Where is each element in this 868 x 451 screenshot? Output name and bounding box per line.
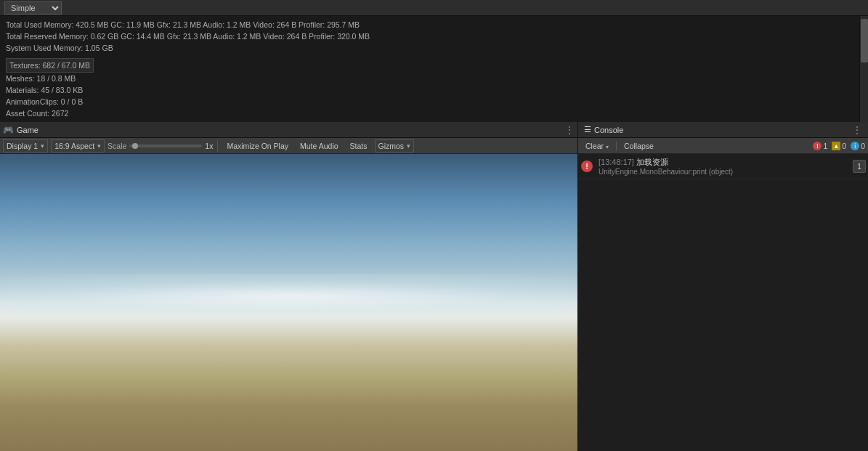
game-tab-header: 🎮 Game ⋮ [0, 122, 577, 138]
log-first-line: [13:48:17] 加载资源 [599, 157, 848, 168]
main-area: 🎮 Game ⋮ Display 1 16:9 Aspect Scale 1x … [0, 122, 868, 451]
log-message: 加载资源 [636, 158, 668, 166]
horizon-glow [0, 274, 577, 317]
stats-button[interactable]: Stats [346, 141, 372, 151]
warn-count: 0 [842, 142, 846, 150]
warn-count-badge[interactable]: ▲ 0 [832, 142, 846, 150]
console-toolbar: Clear ▾ Collapse ! 1 ▲ 0 i 0 [578, 138, 868, 154]
scale-value: 1x [205, 142, 213, 150]
stats-line-2: Total Reserved Memory: 0.62 GB GC: 14.4 … [6, 31, 862, 42]
game-tab-icon: 🎮 [3, 125, 14, 135]
stats-line-1: Total Used Memory: 420.5 MB GC: 11.9 MB … [6, 19, 862, 31]
console-log[interactable]: ! [13:48:17] 加载资源 UnityEngine.MonoBehavi… [578, 154, 868, 451]
stats-line-3: System Used Memory: 1.05 GB [6, 42, 862, 54]
aspect-label: 16:9 Aspect [54, 142, 94, 150]
display-label: Display 1 [7, 142, 38, 150]
collapse-button[interactable]: Collapse [620, 141, 658, 151]
error-count: 1 [823, 142, 827, 150]
log-source: UnityEngine.MonoBehaviour:print (object) [599, 168, 848, 176]
console-counts: ! 1 ▲ 0 i 0 [813, 142, 865, 150]
warn-icon: ▲ [832, 142, 840, 150]
console-tab-menu-icon[interactable]: ⋮ [852, 124, 862, 136]
info-count-badge[interactable]: i 0 [851, 142, 865, 150]
console-tab-label[interactable]: ☰ Console [584, 125, 623, 134]
stats-scrollbar-thumb[interactable] [861, 19, 868, 62]
stats-panel: Total Used Memory: 420.5 MB GC: 11.9 MB … [0, 16, 868, 122]
error-count-badge[interactable]: ! 1 [813, 142, 827, 150]
console-label: Console [594, 126, 623, 134]
scale-text: Scale [108, 142, 126, 150]
scale-slider[interactable] [129, 145, 202, 147]
console-panel: ☰ Console ⋮ Clear ▾ Collapse ! 1 ▲ 0 [577, 122, 868, 451]
clear-dropdown-arrow[interactable]: ▾ [606, 144, 609, 150]
stats-textures: Textures: 682 / 67.0 MB [6, 58, 94, 73]
log-timestamp: [13:48:17] [599, 158, 634, 166]
aspect-dropdown[interactable]: 16:9 Aspect [51, 139, 105, 153]
log-item-content: [13:48:17] 加载资源 UnityEngine.MonoBehaviou… [596, 154, 851, 179]
top-bar: Simple Normal Advanced [0, 0, 868, 16]
game-tab-label[interactable]: Game [17, 126, 38, 134]
log-error-icon: ! [581, 161, 593, 172]
mode-select[interactable]: Simple Normal Advanced [4, 1, 62, 15]
gizmos-label: Gizmos [378, 142, 405, 150]
stats-meshes: Meshes: 18 / 0.8 MB [6, 73, 862, 84]
mute-audio-button[interactable]: Mute Audio [296, 141, 343, 151]
console-icon: ☰ [584, 125, 591, 134]
stats-materials: Materials: 45 / 83.0 KB [6, 84, 862, 96]
error-icon: ! [813, 142, 822, 150]
display-dropdown[interactable]: Display 1 [3, 139, 48, 153]
console-tab-header: ☰ Console ⋮ [578, 122, 868, 138]
log-count-num: 1 [853, 160, 866, 173]
gizmos-dropdown[interactable]: Gizmos [375, 139, 415, 153]
info-count: 0 [861, 142, 865, 150]
toolbar-sep-1 [217, 140, 218, 152]
console-toolbar-sep [616, 141, 617, 151]
log-item-icon-wrap: ! [578, 154, 596, 179]
info-icon: i [851, 142, 859, 150]
game-panel: 🎮 Game ⋮ Display 1 16:9 Aspect Scale 1x … [0, 122, 577, 451]
stats-animation-clips: AnimationClips: 0 / 0 B [6, 96, 862, 107]
maximize-on-play-button[interactable]: Maximize On Play [222, 141, 293, 151]
game-viewport [0, 154, 577, 451]
clear-button[interactable]: Clear ▾ [581, 141, 613, 151]
scale-thumb[interactable] [132, 143, 138, 149]
scale-wrap: Scale 1x [108, 142, 213, 150]
log-count-badge: 1 [851, 154, 868, 179]
stats-scrollbar[interactable] [859, 16, 868, 122]
log-item[interactable]: ! [13:48:17] 加载资源 UnityEngine.MonoBehavi… [578, 154, 868, 179]
game-tab-menu-icon[interactable]: ⋮ [564, 124, 575, 136]
game-toolbar: Display 1 16:9 Aspect Scale 1x Maximize … [0, 138, 577, 154]
stats-asset-count: Asset Count: 2672 [6, 107, 862, 119]
